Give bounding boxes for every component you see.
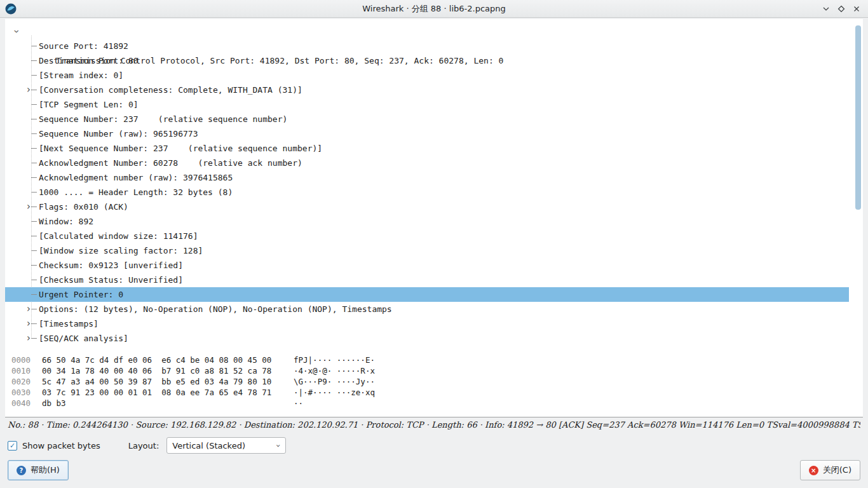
- help-icon: ?: [17, 466, 26, 475]
- chevron-collapsed-icon[interactable]: ›: [25, 316, 32, 331]
- maximize-icon[interactable]: [834, 1, 849, 17]
- hex-ascii: ··: [294, 398, 303, 409]
- vertical-scrollbar[interactable]: [855, 25, 861, 210]
- minimize-icon[interactable]: [818, 1, 834, 17]
- tree-item-timestamps[interactable]: ›[Timestamps]: [5, 316, 849, 331]
- tree-item-calculated-window-size[interactable]: [Calculated window size: 114176]: [5, 229, 849, 243]
- show-packet-bytes-label[interactable]: Show packet bytes: [22, 441, 100, 451]
- tree-item-sequence-number[interactable]: Sequence Number: 237 (relative sequence …: [5, 112, 849, 126]
- tree-root-tcp[interactable]: › Transmission Control Protocol, Src Por…: [5, 24, 849, 39]
- tree-item-urgent-pointer-selected[interactable]: Urgent Pointer: 0: [5, 287, 849, 302]
- hex-offset: 0000: [11, 355, 33, 365]
- layout-select[interactable]: Vertical (Stacked) ›: [166, 437, 286, 454]
- tree-item-options[interactable]: ›Options: (12 bytes), No-Operation (NOP)…: [5, 302, 849, 316]
- help-button-label: 帮助(H): [31, 464, 60, 476]
- tree-item-source-port[interactable]: Source Port: 41892: [5, 39, 849, 53]
- close-circle-icon: ×: [809, 466, 818, 475]
- hex-offset: 0030: [11, 387, 33, 398]
- chevron-expanded-icon[interactable]: ›: [9, 27, 24, 36]
- tree-item-segment-len[interactable]: [TCP Segment Len: 0]: [5, 97, 849, 112]
- tree-item-next-sequence-number[interactable]: [Next Sequence Number: 237 (relative seq…: [5, 141, 849, 156]
- tree-children: Source Port: 41892 Destination Port: 80 …: [5, 39, 849, 346]
- tree-item-sequence-number-raw[interactable]: Sequence Number (raw): 965196773: [5, 126, 849, 141]
- hex-ascii: ·|·#···· ···ze·xq: [294, 387, 375, 398]
- hex-ascii: ·4·x@·@· ·····R·x: [294, 365, 375, 376]
- tree-item-acknowledgment-number-raw[interactable]: Acknowledgment number (raw): 3976415865: [5, 170, 849, 185]
- chevron-collapsed-icon[interactable]: ›: [25, 200, 32, 214]
- tree-item-seq-ack-analysis[interactable]: ›[SEQ/ACK analysis]: [5, 331, 849, 346]
- close-button[interactable]: × 关闭(C): [800, 460, 860, 480]
- dialog-buttons: ? 帮助(H) × 关闭(C): [8, 460, 860, 480]
- tree-item-header-length[interactable]: 1000 .... = Header Length: 32 bytes (8): [5, 185, 849, 200]
- packet-dialog-body: › Transmission Control Protocol, Src Por…: [5, 19, 863, 417]
- hex-ascii: \G···P9· ····Jy··: [294, 376, 375, 387]
- hex-bytes: db b3: [42, 398, 294, 409]
- hex-dump: 0000 66 50 4a 7c d4 df e0 06 e6 c4 be 04…: [5, 355, 863, 409]
- packet-detail-tree: › Transmission Control Protocol, Src Por…: [5, 19, 849, 346]
- hex-bytes: 03 7c 91 23 00 00 01 01 08 0a ee 7a 65 e…: [42, 387, 294, 398]
- hex-row[interactable]: 0040 db b3 ··: [11, 398, 863, 409]
- tree-item-destination-port[interactable]: Destination Port: 80: [5, 53, 849, 68]
- hex-row[interactable]: 0000 66 50 4a 7c d4 df e0 06 e6 c4 be 04…: [11, 355, 863, 365]
- tree-item-conversation-completeness[interactable]: ›[Conversation completeness: Complete, W…: [5, 83, 849, 97]
- tree-item-window-scaling-factor[interactable]: [Window size scaling factor: 128]: [5, 243, 849, 258]
- hex-bytes: 00 34 1a 78 40 00 40 06 b7 91 c0 a8 81 5…: [42, 365, 294, 376]
- tree-item-checksum-status[interactable]: [Checksum Status: Unverified]: [5, 273, 849, 287]
- check-icon: ✓: [10, 442, 15, 450]
- close-button-label: 关闭(C): [823, 464, 851, 476]
- hex-offset: 0010: [11, 365, 33, 376]
- titlebar: Wireshark · 分组 88 · lib6-2.pcapng: [0, 0, 868, 18]
- tree-item-acknowledgment-number[interactable]: Acknowledgment Number: 60278 (relative a…: [5, 156, 849, 170]
- layout-select-value: Vertical (Stacked): [172, 441, 277, 451]
- tree-item-stream-index[interactable]: [Stream index: 0]: [5, 68, 849, 83]
- chevron-collapsed-icon[interactable]: ›: [25, 331, 32, 346]
- packet-summary-status: No.: 88 · Time: 0.244264130 · Source: 19…: [8, 420, 860, 433]
- chevron-collapsed-icon[interactable]: ›: [25, 83, 32, 97]
- help-button[interactable]: ? 帮助(H): [8, 460, 69, 480]
- hex-offset: 0020: [11, 376, 33, 387]
- window-controls: [818, 0, 864, 18]
- tree-item-flags[interactable]: ›Flags: 0x010 (ACK): [5, 200, 849, 214]
- close-icon[interactable]: [849, 1, 864, 17]
- show-packet-bytes-checkbox[interactable]: ✓: [8, 441, 17, 451]
- hex-bytes: 66 50 4a 7c d4 df e0 06 e6 c4 be 04 08 0…: [42, 355, 294, 365]
- window-title: Wireshark · 分组 88 · lib6-2.pcapng: [362, 3, 506, 15]
- layout-label: Layout:: [128, 441, 159, 451]
- hex-ascii: fPJ|···· ······E·: [294, 355, 375, 365]
- hex-row[interactable]: 0030 03 7c 91 23 00 00 01 01 08 0a ee 7a…: [11, 387, 863, 398]
- tree-item-checksum[interactable]: Checksum: 0x9123 [unverified]: [5, 258, 849, 273]
- hex-offset: 0040: [11, 398, 33, 409]
- wireshark-logo-icon: [5, 3, 17, 15]
- hex-row[interactable]: 0010 00 34 1a 78 40 00 40 06 b7 91 c0 a8…: [11, 365, 863, 376]
- footer-controls: ✓ Show packet bytes Layout: Vertical (St…: [8, 437, 860, 454]
- hex-bytes: 5c 47 a3 a4 00 50 39 87 bb e5 ed 03 4a 7…: [42, 376, 294, 387]
- chevron-down-icon: ›: [274, 444, 283, 447]
- chevron-collapsed-icon[interactable]: ›: [25, 302, 32, 316]
- tree-item-window[interactable]: Window: 892: [5, 214, 849, 229]
- hex-row[interactable]: 0020 5c 47 a3 a4 00 50 39 87 bb e5 ed 03…: [11, 376, 863, 387]
